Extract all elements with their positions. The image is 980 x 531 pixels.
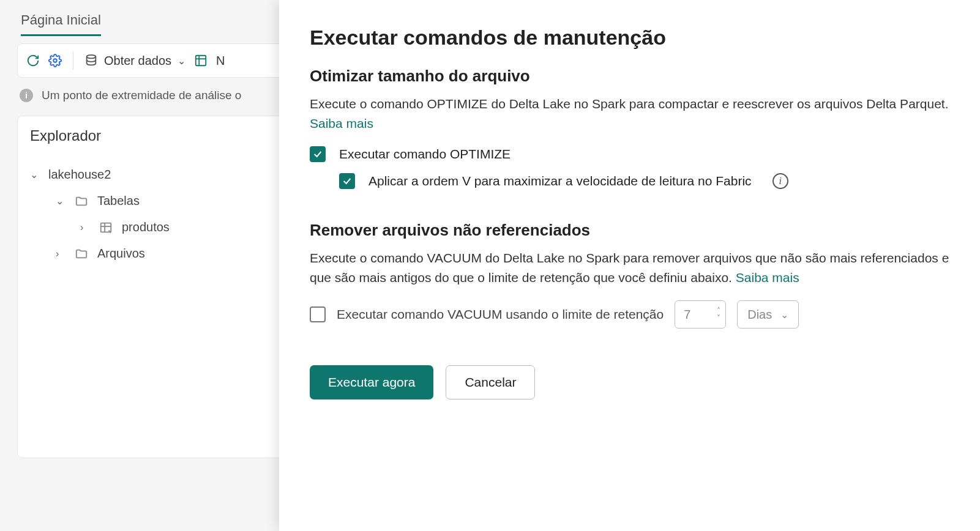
vacuum-learn-more-link[interactable]: Saiba mais xyxy=(736,270,799,284)
checkbox-vorder[interactable] xyxy=(339,173,355,189)
vacuum-desc: Execute o comando VACUUM do Delta Lake n… xyxy=(310,248,949,287)
chevron-down-icon: ⌄ xyxy=(56,195,65,207)
retention-unit: Dias xyxy=(747,308,772,322)
svg-rect-2 xyxy=(196,56,206,66)
explorer-title: Explorador xyxy=(30,127,101,144)
run-now-button[interactable]: Executar agora xyxy=(310,365,433,399)
svg-point-0 xyxy=(53,59,57,62)
checkbox-vorder-label: Aplicar a ordem V para maximizar a veloc… xyxy=(368,174,752,188)
optimize-desc: Execute o comando OPTIMIZE do Delta Lake… xyxy=(310,94,949,133)
optimize-learn-more-link[interactable]: Saiba mais xyxy=(310,116,373,130)
panel-title: Executar comandos de manutenção xyxy=(310,26,949,50)
info-bar-text: Um ponto de extremidade de análise o xyxy=(42,89,241,102)
get-data-button[interactable]: Obter dados ⌄ xyxy=(84,54,185,68)
cancel-button[interactable]: Cancelar xyxy=(446,365,535,399)
tree-node-label: Arquivos xyxy=(97,247,145,261)
checkbox-vacuum[interactable] xyxy=(310,306,326,322)
optimize-heading: Otimizar tamanho do arquivo xyxy=(310,67,949,86)
stepper-arrows[interactable]: ˄˅ xyxy=(717,307,720,322)
vacuum-heading: Remover arquivos não referenciados xyxy=(310,221,949,240)
chevron-down-icon: ⌄ xyxy=(30,169,40,180)
folder-icon xyxy=(74,195,89,208)
chevron-down-icon: ⌄ xyxy=(780,309,788,321)
toolbar-divider xyxy=(73,51,73,70)
info-icon: i xyxy=(20,89,33,102)
retention-value-stepper[interactable]: 7 ˄˅ xyxy=(675,300,726,329)
table-icon xyxy=(99,221,113,234)
chevron-right-icon: › xyxy=(56,248,65,259)
tree-node-label: Tabelas xyxy=(97,194,140,208)
tree-node-label: lakehouse2 xyxy=(48,168,111,182)
retention-value: 7 xyxy=(684,308,690,322)
get-data-label: Obter dados xyxy=(104,54,171,68)
refresh-icon[interactable] xyxy=(26,54,40,67)
checkbox-vacuum-label: Executar comando VACUUM usando o limite … xyxy=(337,307,664,322)
chevron-down-icon: ˅ xyxy=(717,314,720,322)
svg-point-1 xyxy=(87,55,96,59)
vacuum-desc-text: Execute o comando VACUUM do Delta Lake n… xyxy=(310,251,949,284)
toolbar-overflow-char: N xyxy=(216,54,225,68)
chevron-down-icon: ⌄ xyxy=(178,55,185,67)
grid-icon[interactable] xyxy=(194,54,208,67)
checkbox-optimize-label: Executar comando OPTIMIZE xyxy=(339,147,511,162)
folder-icon xyxy=(74,247,89,261)
tree-node-label: produtos xyxy=(122,220,170,234)
retention-unit-select[interactable]: Dias ⌄ xyxy=(737,300,799,329)
database-icon xyxy=(84,54,98,67)
gear-icon[interactable] xyxy=(48,54,62,67)
chevron-right-icon: › xyxy=(80,222,90,233)
maintenance-panel: Executar comandos de manutenção Otimizar… xyxy=(279,0,980,531)
tab-home[interactable]: Página Inicial xyxy=(21,12,101,36)
optimize-desc-text: Execute o comando OPTIMIZE do Delta Lake… xyxy=(310,97,949,111)
info-icon[interactable]: i xyxy=(772,173,788,189)
checkbox-optimize[interactable] xyxy=(310,146,326,162)
